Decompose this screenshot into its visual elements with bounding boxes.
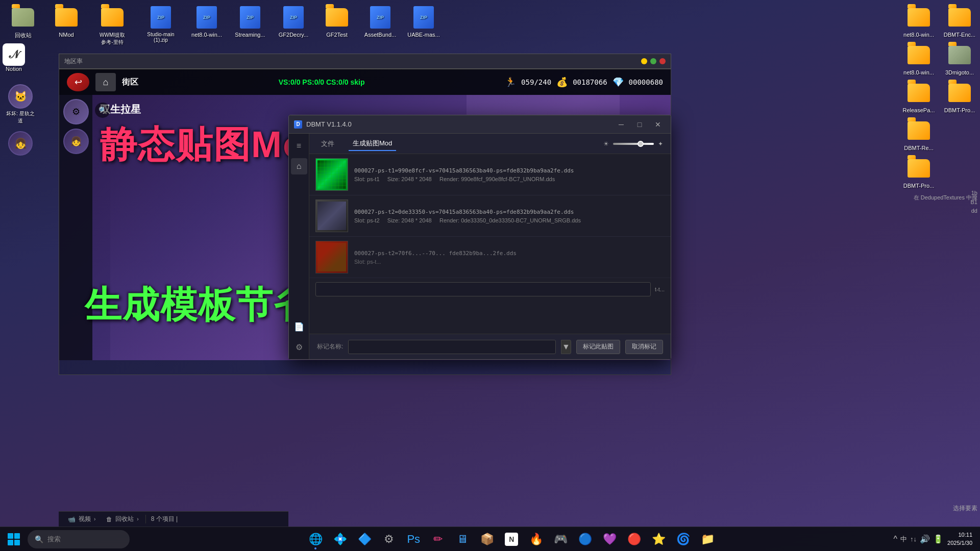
- taskbar-app-edge[interactable]: 🌐: [304, 528, 327, 550]
- taskbar-app-6[interactable]: 🔴: [623, 528, 645, 550]
- desktop-icon-dbmt-re[interactable]: DBMT-Re...: [901, 118, 937, 151]
- studio-label: Studio-main(1).zip: [147, 32, 174, 43]
- hud-score1-icon: 🏃: [505, 77, 516, 88]
- taskbar-app-5[interactable]: 💜: [598, 528, 621, 550]
- desktop-icon-uabe[interactable]: ZIP UABE-mas...: [406, 5, 442, 38]
- network-icon[interactable]: ↑↓: [910, 535, 917, 543]
- app2-icon: 📦: [480, 533, 494, 546]
- taskbar-app-4[interactable]: 🎮: [549, 528, 572, 550]
- texture-input-field[interactable]: [315, 282, 651, 296]
- home-button[interactable]: ⌂: [95, 73, 116, 91]
- recycle-bottom-label: 回收站: [115, 515, 134, 523]
- taskbar-app-8[interactable]: 🌀: [672, 528, 694, 550]
- mark-name-label: 标记名称:: [317, 342, 343, 351]
- taskbar-app-vs[interactable]: 💠: [329, 528, 351, 550]
- desktop-icon-gf2test[interactable]: GF2Test: [319, 5, 355, 38]
- dbmt-nav-generate[interactable]: 生成贴图Mod: [349, 137, 396, 151]
- volume-icon[interactable]: 🔊: [920, 534, 930, 544]
- desktop-icon-net8-2[interactable]: net8.0-win...: [901, 5, 937, 38]
- texture-item-3[interactable]: 000027-ps-t2=70f6...--70... fde832b9ba..…: [309, 237, 671, 278]
- desktop-icon-wwmi[interactable]: WWMI提取参考-里特: [92, 5, 133, 46]
- taskbar-app-ps[interactable]: Ps: [402, 528, 425, 550]
- wwmi-folder-icon: [100, 5, 125, 30]
- unmark-button[interactable]: 取消标记: [625, 340, 663, 354]
- desktop-icon-studio[interactable]: ZIP Studio-main(1).zip: [140, 5, 181, 43]
- file-explorer-close[interactable]: [659, 58, 666, 64]
- brightness-slider[interactable]: [613, 143, 654, 145]
- desktop-icon-nmod[interactable]: NMod: [48, 5, 84, 38]
- taskbar-app-9[interactable]: 📁: [696, 528, 719, 550]
- clock-date: 2025/1/30: [947, 539, 972, 547]
- bottom-item-video[interactable]: 📹 视频 ›: [64, 513, 100, 525]
- desktop-icon-net8-3[interactable]: net8.0-win...: [901, 43, 937, 76]
- mark-texture-button[interactable]: 标记此贴图: [576, 340, 620, 354]
- texture-info-1: 000027-ps-t1=990e8fcf-vs=70415a836563ba4…: [354, 167, 665, 182]
- taskbar-search-bar[interactable]: 🔍 搜索: [28, 530, 130, 548]
- assetbund-zip-icon: ZIP: [368, 5, 393, 30]
- desktop-icon-dbmt-enc[interactable]: DBMT-Enc...: [942, 5, 977, 38]
- file-explorer-minimize[interactable]: [641, 58, 647, 64]
- taskbar-app-7[interactable]: ⭐: [647, 528, 670, 550]
- dbmt-home-button[interactable]: ⌂: [291, 158, 307, 174]
- app8-icon: 🌀: [676, 533, 690, 546]
- texture-hash-2: 000027-ps-t2=0de33350-vs=70415a836563ba4…: [354, 209, 665, 215]
- taskbar-app-blender[interactable]: 🔷: [353, 528, 376, 550]
- desktop-icon-releasepa[interactable]: ReleasePa...: [901, 81, 937, 113]
- dbmt-title-left: D DBMT V1.1.4.0: [294, 120, 352, 129]
- desktop-icon-3dmigoto[interactable]: 3Dmigoto...: [942, 43, 977, 76]
- nmod-folder-icon: [54, 5, 79, 30]
- desktop-icon-gf2decry[interactable]: ZIP GF2Decry...: [276, 5, 311, 38]
- mark-name-input[interactable]: [348, 340, 556, 354]
- texture-item-1[interactable]: 000027-ps-t1=990e8fcf-vs=70415a836563ba4…: [309, 154, 671, 195]
- game-search-icon[interactable]: 🔍: [95, 103, 110, 118]
- dbmt-nav-file[interactable]: 文件: [317, 137, 338, 151]
- dbmt-minimize-button[interactable]: ─: [614, 119, 629, 130]
- taskbar-app-2[interactable]: 📦: [476, 528, 498, 550]
- app3-icon: 🔥: [529, 533, 543, 546]
- dbmt-enc-label: DBMT-Enc...: [944, 32, 975, 38]
- taskbar-app-clip[interactable]: ✏: [427, 528, 449, 550]
- taskbar-app-dbmt[interactable]: 🔵: [574, 528, 596, 550]
- dbmt-maximize-button[interactable]: □: [632, 119, 647, 130]
- net8-3-label: net8.0-win...: [903, 69, 934, 76]
- user2-icon[interactable]: 👧: [3, 131, 38, 156]
- taskbar-app-settings[interactable]: ⚙: [378, 528, 400, 550]
- dbmt-close-button[interactable]: ✕: [650, 119, 666, 130]
- file-explorer-maximize[interactable]: [650, 58, 656, 64]
- bottom-item-recycle[interactable]: 🗑 回收站 ›: [102, 513, 142, 525]
- expand-tray-icon[interactable]: ^: [894, 535, 898, 544]
- video-label: 视频: [79, 515, 91, 523]
- texture-slot-2: Slot: ps-t2: [354, 217, 380, 223]
- system-clock[interactable]: 10:11 2025/1/30: [947, 531, 972, 547]
- user1-icon[interactable]: 🐱 坏坏: 星轨之道: [3, 84, 38, 124]
- wwmi-label: WWMI提取参考-里特: [100, 32, 125, 46]
- vs-icon: 💠: [333, 533, 347, 546]
- notion-app-icon[interactable]: 𝒩 Notion: [3, 43, 25, 72]
- mark-name-dropdown[interactable]: ▼: [561, 340, 571, 354]
- recycle-bottom-icon: 🗑: [106, 516, 112, 523]
- taskbar-app-1[interactable]: 🖥: [451, 528, 474, 550]
- clock-time: 10:11: [947, 531, 972, 539]
- desktop-icon-streaming[interactable]: ZIP Streaming...: [232, 5, 268, 38]
- file-explorer-bottom: 📹 视频 › 🗑 回收站 › 8 个项目 |: [59, 511, 288, 527]
- desktop-icon-dbmt-pro2[interactable]: DBMT-Pro...: [942, 81, 977, 113]
- taskbar-app-3[interactable]: 🔥: [525, 528, 547, 550]
- ime-icon[interactable]: 中: [900, 535, 907, 544]
- desktop-icon-assetbund[interactable]: ZIP AssetBund...: [362, 5, 398, 38]
- texture-item-2[interactable]: 000027-ps-t2=0de33350-vs=70415a836563ba4…: [309, 195, 671, 237]
- dbmt-settings-button[interactable]: ⚙: [291, 339, 307, 355]
- panel-avatar-1[interactable]: ⚙: [63, 99, 89, 124]
- start-button[interactable]: [3, 528, 25, 550]
- dbmt-file-button[interactable]: 📄: [291, 318, 307, 335]
- back-button[interactable]: ↩: [67, 73, 89, 91]
- dbmt-menu-button[interactable]: ≡: [291, 138, 307, 154]
- desktop-icon-dbmt-pro[interactable]: DBMT-Pro...: [901, 156, 937, 189]
- desktop-icon-recycle[interactable]: 回收站: [5, 5, 41, 39]
- desktop-icon-net8-1[interactable]: ZIP net8.0-win...: [189, 5, 225, 38]
- battery-icon[interactable]: 🔋: [933, 534, 943, 544]
- select-dropdown[interactable]: 选择要素: [953, 504, 977, 513]
- panel-avatar-2[interactable]: 👧: [63, 129, 89, 154]
- taskbar-app-notion[interactable]: N: [500, 528, 523, 550]
- user1-avatar: 🐱: [8, 84, 33, 109]
- deduped-textures-text: 在 DedupedTextures 中搜: [914, 194, 977, 202]
